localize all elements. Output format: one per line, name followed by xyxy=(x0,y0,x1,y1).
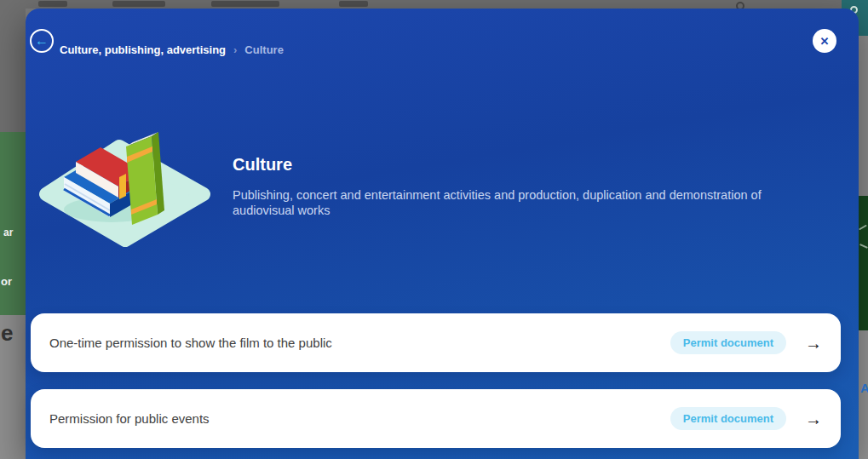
close-icon: ✕ xyxy=(820,35,830,48)
service-category-modal: ← Culture, publishing, advertising › Cul… xyxy=(26,9,859,459)
close-button[interactable]: ✕ xyxy=(813,29,836,53)
user-icon xyxy=(736,2,744,9)
background-text-fragment: A xyxy=(860,381,868,395)
books-illustration xyxy=(38,128,217,255)
books-illustration-svg xyxy=(38,128,217,255)
back-button[interactable]: ← xyxy=(30,29,54,53)
banner-graphic xyxy=(859,244,868,249)
background-nav-text xyxy=(211,1,279,7)
breadcrumb-item-parent[interactable]: Culture, publishing, advertising xyxy=(60,43,226,56)
screen: ar or e A ← Culture, publishing, adverti… xyxy=(0,0,868,459)
arrow-left-icon: ← xyxy=(35,33,49,49)
background-strip xyxy=(859,36,868,196)
banner-graphic xyxy=(859,225,867,231)
breadcrumb: Culture, publishing, advertising › Cultu… xyxy=(60,43,284,56)
service-title: One-time permission to show the film to … xyxy=(49,336,670,350)
background-strip xyxy=(0,9,26,132)
background-text-fragment: e xyxy=(1,320,13,347)
breadcrumb-item-current: Culture xyxy=(244,43,284,56)
background-banner-strip xyxy=(859,196,868,330)
background-nav-text xyxy=(339,1,368,7)
page-description: Publishing, concert and entertainment ac… xyxy=(233,188,786,218)
service-title: Permission for public events xyxy=(49,411,670,426)
permit-document-badge: Permit document xyxy=(670,331,786,354)
background-nav-text xyxy=(38,1,67,7)
background-topbar xyxy=(0,0,846,9)
chevron-right-icon: › xyxy=(233,43,237,56)
service-card-film-permission[interactable]: One-time permission to show the film to … xyxy=(31,313,841,372)
permit-document-badge: Permit document xyxy=(670,407,786,430)
background-text-fragment: ar xyxy=(3,227,13,238)
service-card-public-events[interactable]: Permission for public events Permit docu… xyxy=(31,389,841,448)
arrow-right-icon: → xyxy=(805,335,822,352)
page-title: Culture xyxy=(233,154,795,175)
hero-text: Culture Publishing, concert and entertai… xyxy=(233,154,795,218)
background-nav-text xyxy=(112,1,165,7)
arrow-right-icon: → xyxy=(805,410,822,427)
background-text-fragment: or xyxy=(1,275,12,288)
service-list: One-time permission to show the film to … xyxy=(31,313,841,448)
